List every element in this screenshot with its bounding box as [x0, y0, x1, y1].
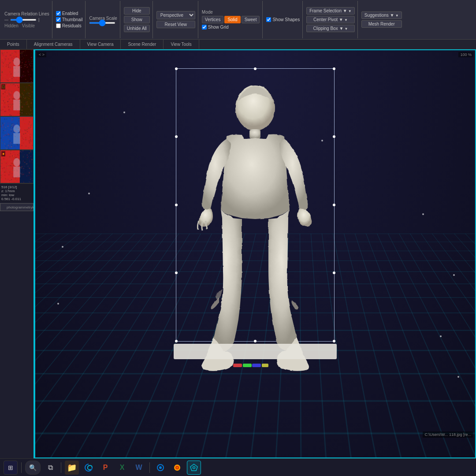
tab-alignment-cameras[interactable]: Alignment Cameras — [27, 40, 80, 49]
firefox-button[interactable] — [170, 461, 184, 475]
camera-scale-section: Camera Scale — [86, 1, 120, 38]
tab-view-camera[interactable]: View Camera — [80, 40, 121, 49]
show-button[interactable]: Show — [124, 16, 150, 23]
thumbnail-3[interactable] — [0, 116, 33, 150]
camera-relation-slider[interactable] — [10, 19, 37, 21]
svg-point-7 — [159, 466, 162, 469]
search-button[interactable]: 🔍 — [25, 461, 41, 475]
perspective-select[interactable]: Perspective Orthographic Top Front Side — [156, 11, 195, 19]
start-button[interactable]: ⊞ — [4, 461, 18, 475]
info-line3: min: low — [1, 193, 32, 197]
tab-view-tools[interactable]: View Tools — [164, 40, 199, 49]
show-shapes-row: Show Shapes — [266, 17, 300, 22]
enabled-checkbox[interactable] — [56, 11, 61, 16]
thumbnail-checkbox-row: Thumbnail — [56, 17, 83, 22]
residuals-label: Residuals — [62, 23, 82, 28]
edge2-icon — [156, 463, 165, 472]
excel-icon: X — [120, 464, 125, 472]
show-grid-checkbox[interactable] — [202, 25, 207, 30]
thumbnail-1[interactable] — [0, 49, 33, 83]
camera-relation-section: Camera Relation Lines — | Hidden Visible — [2, 1, 52, 38]
left-info: 516 [3/12] z: 17mm min: low 0.561 -0.011 — [0, 183, 33, 202]
frame-tools-section: Frame Selection ▼ Center Pivot ▼ Clippin… — [304, 1, 358, 38]
viewport-corner-tl: < > — [37, 52, 46, 57]
taskbar-divider-2 — [61, 462, 61, 473]
info-line4: 0.561 -0.011 — [1, 197, 32, 201]
bb-dot-r2 — [333, 271, 335, 274]
show-grid-row: Show Grid — [202, 25, 260, 30]
visible-text: Visible — [22, 23, 35, 28]
tab-points[interactable]: Points — [0, 40, 27, 49]
bottom-right-info: C:\Users\W... 118.jpg [re... — [423, 431, 473, 438]
word-button[interactable]: W — [132, 461, 146, 475]
camera-scale-slider[interactable] — [89, 22, 115, 24]
residuals-checkbox[interactable] — [56, 23, 61, 28]
hidden-text: Hidden — [4, 23, 19, 28]
svg-point-10 — [176, 467, 178, 469]
photogrammetry-icon — [190, 463, 198, 472]
enabled-checkbox-row: Enabled — [56, 11, 83, 16]
camera-scale-slider-container — [89, 22, 117, 24]
thumb4-badge: ● — [1, 151, 5, 156]
mode-label: Mode — [202, 10, 213, 15]
bb-dot-rm — [333, 204, 335, 206]
center-pivot-button[interactable]: Center Pivot ▼ — [306, 16, 355, 23]
svg-rect-3 — [243, 364, 252, 367]
scatter-dot-4 — [422, 213, 424, 215]
taskbar-divider-1 — [21, 462, 22, 473]
show-grid-label: Show Grid — [208, 25, 229, 30]
excel-button[interactable]: X — [115, 461, 129, 475]
residuals-checkbox-row: Residuals — [56, 23, 83, 28]
scatter-dot-5 — [62, 246, 63, 248]
base-platform — [174, 344, 337, 359]
bb-dot-bl — [175, 340, 178, 342]
frame-selection-button[interactable]: Frame Selection ▼ — [306, 7, 355, 15]
visibility-section: Hide Show Unhide All — [121, 1, 153, 38]
photogrammetry-button[interactable] — [187, 461, 201, 475]
tab-scene-render[interactable]: Scene Render — [121, 40, 164, 49]
firefox-icon — [173, 463, 182, 472]
visible-label: | — [38, 18, 39, 22]
thumb2-badge: □ — [1, 84, 5, 89]
show-shapes-section: Show Shapes — [264, 1, 303, 38]
clipping-box-button[interactable]: Clipping Box ▼ — [306, 25, 355, 32]
info-line2: z: 17mm — [1, 189, 32, 193]
svg-rect-1 — [249, 129, 261, 139]
reset-view-button[interactable]: Reset View — [156, 21, 195, 28]
file-dialog: photogrammetryk... — [0, 203, 33, 211]
hide-button[interactable]: Hide — [124, 7, 150, 15]
edge2-button[interactable] — [153, 461, 167, 475]
powerpoint-button[interactable]: P — [98, 461, 112, 475]
suggestions-button[interactable]: Suggestions ▼ — [361, 11, 402, 19]
powerpoint-icon: P — [103, 464, 108, 472]
solid-button[interactable]: Solid — [224, 16, 240, 23]
windows-icon: ⊞ — [8, 464, 13, 471]
taskbar-divider-3 — [149, 462, 150, 473]
camera-relation-label: Camera Relation Lines — [4, 11, 49, 16]
search-icon: 🔍 — [29, 464, 37, 471]
task-view-button[interactable]: ⧉ — [43, 461, 57, 475]
mode-section: Mode Vertices Solid Sweet Show Grid — [199, 1, 263, 38]
bb-dot-tm — [254, 67, 257, 70]
sweet-button[interactable]: Sweet — [242, 16, 260, 23]
viewport-corner-tr: 100 % — [458, 52, 473, 57]
thumbnail-2[interactable]: □ — [0, 83, 33, 116]
scatter-dot-8 — [440, 335, 442, 337]
unhide-all-button[interactable]: Unhide All — [124, 25, 150, 32]
viewport[interactable]: < > 100 % C:\Users\W... 118.jpg [re... — [34, 49, 476, 458]
bb-dot-tr — [333, 67, 335, 70]
edge-button[interactable] — [82, 461, 96, 475]
mesh-render-button[interactable]: Mesh Render — [361, 20, 402, 28]
thumbnail-checkbox[interactable] — [56, 17, 61, 22]
file-explorer-button[interactable]: 📁 — [65, 461, 79, 475]
thumbnail-4[interactable]: ● — [0, 150, 33, 183]
svg-point-12 — [193, 466, 195, 469]
svg-rect-5 — [262, 364, 268, 367]
scatter-dot-1 — [123, 112, 125, 113]
show-shapes-checkbox[interactable] — [266, 17, 271, 22]
figure-3d — [180, 77, 330, 386]
bb-dot-tl — [175, 67, 178, 70]
edge-icon — [84, 463, 93, 472]
vertices-button[interactable]: Vertices — [202, 16, 224, 23]
file-explorer-icon: 📁 — [67, 463, 77, 472]
